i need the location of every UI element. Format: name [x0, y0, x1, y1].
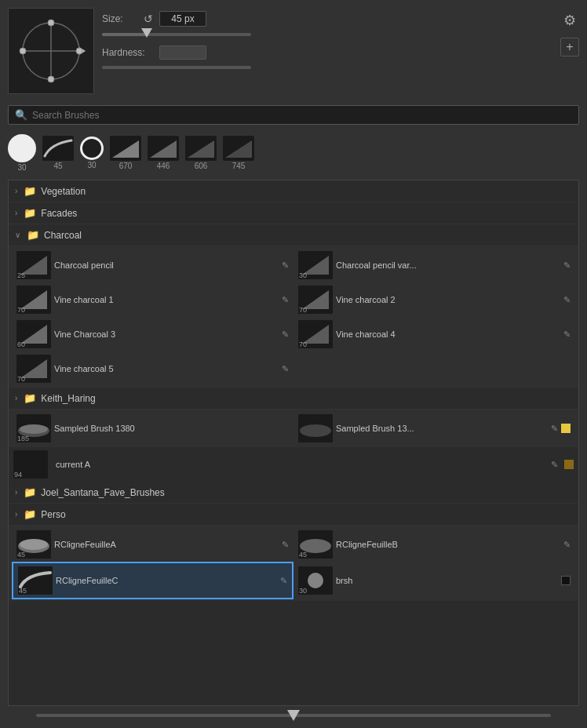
brush-vine-charcoal-1-edit[interactable]: ✎: [282, 295, 289, 305]
brush-brsh-name: brsh: [336, 576, 558, 585]
brush-vine-charcoal-3-name: Vine Charcoal 3: [54, 329, 279, 339]
preset-num-5: 606: [195, 162, 208, 170]
size-slider-thumb[interactable]: [141, 28, 152, 38]
brush-rclignefeuilleb-thumb: 45: [298, 530, 333, 559]
size-slider-container: [102, 33, 552, 36]
preset-circle[interactable]: 30: [8, 134, 36, 172]
brush-rclignefeuilleb-edit[interactable]: ✎: [563, 540, 571, 550]
brush-charcoal-pencil-thumb: 25: [16, 251, 51, 279]
brush-charcoal-pencil-name: Charcoal pencil: [54, 260, 279, 270]
size-value[interactable]: 45 px: [159, 11, 206, 27]
brush-vine-charcoal-5[interactable]: 70 Vine charcoal 5 ✎: [12, 351, 294, 386]
chevron-vegetation: ›: [15, 187, 17, 195]
folder-keith-haring-name: Keith_Haring: [41, 393, 95, 404]
brush-vine-charcoal-1-thumb: 70: [16, 286, 51, 314]
brush-vine-charcoal-3-edit[interactable]: ✎: [282, 329, 289, 340]
svg-marker-11: [225, 140, 252, 158]
brush-rclignefeuilleC[interactable]: 45 RCligneFeuilleC ✎: [12, 562, 294, 599]
bottom-slider-track[interactable]: [36, 714, 550, 717]
folder-keith-haring[interactable]: › 📁 Keith_Haring: [9, 388, 578, 410]
preset-brush6[interactable]: 745: [223, 136, 254, 170]
folder-joel-santana[interactable]: › 📁 Joel_Santana_Fave_Brushes: [9, 482, 578, 504]
folder-perso-name: Perso: [41, 509, 65, 520]
svg-marker-8: [112, 140, 139, 158]
preset-brush5[interactable]: 606: [185, 136, 217, 170]
brush-vine-charcoal-2-edit[interactable]: ✎: [563, 295, 571, 305]
svg-marker-9: [150, 140, 177, 158]
bottom-brushes-grid: 45 RCligneFeuilleA ✎ 45 RCligneFeuilleB …: [9, 526, 578, 601]
search-input[interactable]: [32, 110, 572, 121]
folder-charcoal[interactable]: ∨ 📁 Charcoal: [9, 224, 578, 246]
brush-sampled-13-pair-thumb: [298, 414, 333, 442]
search-icon: 🔍: [15, 109, 27, 121]
brush-charcoal-pencil-var-name: Charcoal pencil var...: [336, 260, 560, 270]
folder-keith-haring-icon: 📁: [24, 392, 36, 404]
brush-vine-charcoal-4-edit[interactable]: ✎: [563, 329, 571, 340]
bottom-slider-thumb[interactable]: [287, 710, 300, 721]
brushes-panel: Size: ↺ 45 px Hardness: ⚙: [0, 0, 587, 728]
brush-charcoal-pencil-var[interactable]: 30 Charcoal pencil var... ✎: [294, 248, 575, 282]
brush-rclignefeuilleb[interactable]: 45 RCligneFeuilleB ✎: [294, 527, 575, 562]
brush-rclignefeuillea-thumb: 45: [16, 530, 51, 559]
brush-vine-charcoal-3-thumb: 60: [16, 320, 51, 348]
folder-perso[interactable]: › 📁 Perso: [9, 504, 578, 526]
add-button[interactable]: +: [560, 38, 579, 56]
brush-vine-charcoal-5-edit[interactable]: ✎: [282, 364, 289, 374]
brush-vine-charcoal-3[interactable]: 60 Vine Charcoal 3 ✎: [12, 317, 294, 351]
settings-button[interactable]: ⚙: [560, 11, 579, 30]
brush-charcoal-pencil-var-edit[interactable]: ✎: [563, 260, 571, 271]
preset-brush1-icon: [42, 136, 74, 161]
brush-sampled-1380-name: Sampled Brush 1380: [54, 424, 289, 433]
brush-rclignefeuillea[interactable]: 45 RCligneFeuilleA ✎: [12, 527, 294, 562]
brush-preview: [8, 8, 94, 94]
preset-num-4: 446: [157, 162, 170, 170]
brush-current-a-name: current A: [56, 460, 548, 469]
brush-rclignefeuillec-edit[interactable]: ✎: [280, 576, 287, 586]
hardness-slider-container: [102, 66, 552, 69]
brush-sampled-13-pair[interactable]: Sampled Brush 13... ✎: [294, 411, 575, 446]
chevron-perso: ›: [15, 510, 17, 519]
brush-vine-charcoal-5-name: Vine charcoal 5: [54, 364, 279, 373]
preset-brush4-icon: [148, 136, 179, 161]
brush-current-a-thumb: 94: [13, 450, 48, 479]
folder-vegetation[interactable]: › 📁 Vegetation: [9, 180, 578, 202]
brush-vine-charcoal-2-name: Vine charcoal 2: [336, 295, 560, 304]
brush-sampled-1380[interactable]: 185 Sampled Brush 1380: [12, 411, 294, 446]
top-section: Size: ↺ 45 px Hardness: ⚙: [8, 8, 579, 99]
search-bar[interactable]: 🔍: [8, 105, 579, 125]
brush-list[interactable]: › 📁 Vegetation › 📁 Facades ∨ 📁 Charcoal …: [8, 180, 579, 706]
controls-area: Size: ↺ 45 px Hardness:: [102, 8, 552, 69]
preset-num-0: 30: [17, 163, 26, 172]
brush-charcoal-pencil-edit[interactable]: ✎: [282, 260, 289, 271]
brush-sampled-13-pair-name: Sampled Brush 13...: [336, 424, 548, 433]
size-slider-fill: [102, 33, 147, 36]
brush-current-a-edit[interactable]: ✎: [551, 460, 558, 470]
preset-brush6-icon: [223, 136, 254, 161]
preset-brush1[interactable]: 45: [42, 136, 74, 170]
brush-charcoal-pencil[interactable]: 25 Charcoal pencil ✎: [12, 248, 294, 282]
brush-charcoal-pencil-var-thumb: 30: [298, 251, 333, 279]
folder-vegetation-icon: 📁: [24, 185, 36, 197]
reset-icon[interactable]: ↺: [144, 13, 153, 25]
brush-vine-charcoal-1[interactable]: 70 Vine charcoal 1 ✎: [12, 282, 294, 317]
svg-point-21: [300, 424, 331, 437]
current-a-swatch: [564, 460, 574, 469]
brush-sampled-1380-thumb: 185: [16, 414, 51, 442]
size-slider-track[interactable]: [102, 33, 251, 36]
preset-brush3[interactable]: 670: [110, 136, 141, 170]
brush-rclignefeuillea-edit[interactable]: ✎: [282, 540, 289, 550]
folder-facades[interactable]: › 📁 Facades: [9, 202, 578, 224]
preset-brush4[interactable]: 446: [148, 136, 179, 170]
hardness-slider-track[interactable]: [102, 66, 251, 69]
brush-current-a-row[interactable]: 94 current A ✎: [9, 447, 578, 482]
svg-point-3: [48, 20, 54, 26]
folder-charcoal-icon: 📁: [27, 229, 39, 241]
hardness-label: Hardness:: [102, 47, 153, 58]
brush-vine-charcoal-1-name: Vine charcoal 1: [54, 295, 279, 304]
sampled-brushes-grid: 185 Sampled Brush 1380 Sampled Brush 13.…: [9, 410, 578, 447]
brush-vine-charcoal-2[interactable]: 70 Vine charcoal 2 ✎: [294, 282, 575, 317]
brush-brsh[interactable]: 30 brsh: [294, 562, 575, 599]
preset-brush2[interactable]: 30: [80, 136, 104, 169]
brush-vine-charcoal-4[interactable]: 70 Vine charcoal 4 ✎: [294, 317, 575, 351]
brush-sampled-13-edit[interactable]: ✎: [551, 424, 558, 434]
